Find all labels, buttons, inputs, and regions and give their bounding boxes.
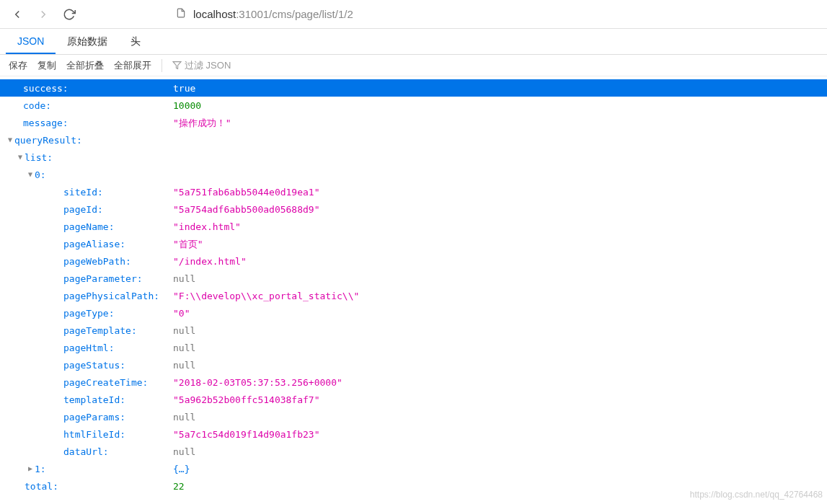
collapse-arrow-icon[interactable]: ▶ <box>26 465 35 472</box>
tab-json[interactable]: JSON <box>6 30 56 54</box>
json-row-field[interactable]: pageTemplatenull <box>0 322 827 339</box>
tab-raw[interactable]: 原始数据 <box>56 30 119 54</box>
json-value: null <box>173 361 195 370</box>
json-value: null <box>173 412 195 422</box>
json-value: "F:\\develop\\xc_portal_static\\" <box>173 291 359 301</box>
json-row-list[interactable]: ▼ list <box>0 149 827 166</box>
json-row-code[interactable]: ▼ code 10000 <box>0 97 827 114</box>
collapse-all-action[interactable]: 全部折叠 <box>66 59 104 72</box>
action-bar: 保存 复制 全部折叠 全部展开 过滤 JSON <box>0 55 827 76</box>
json-row-field[interactable]: templateId"5a962b52b00ffc514038faf7" <box>0 391 827 408</box>
json-value: "首页" <box>173 239 203 249</box>
json-key: htmlFileId <box>63 430 125 439</box>
json-value: null <box>173 447 195 456</box>
json-key: pageHtml <box>63 343 114 353</box>
json-row-message[interactable]: ▼ message "操作成功！" <box>0 114 827 131</box>
json-key: list <box>25 153 53 162</box>
json-row-field[interactable]: pageWebPath"/index.html" <box>0 252 827 270</box>
json-row-queryresult[interactable]: ▼ queryResult <box>0 131 827 149</box>
expand-arrow-icon[interactable]: ▼ <box>16 154 25 161</box>
json-row-field[interactable]: pageParameternull <box>0 270 827 287</box>
tab-headers[interactable]: 头 <box>119 30 152 54</box>
json-key: pageId <box>63 205 103 214</box>
json-key: pageType <box>63 309 114 318</box>
json-key: pageAliase <box>63 239 125 249</box>
json-row-field[interactable]: pageHtmlnull <box>0 339 827 356</box>
json-row-field[interactable]: pageId"5a754adf6abb500ad05688d9" <box>0 200 827 218</box>
reload-button[interactable] <box>58 3 81 26</box>
save-action[interactable]: 保存 <box>9 59 27 72</box>
watermark: https://blog.csdn.net/qq_42764468 <box>690 490 823 500</box>
expand-arrow-icon[interactable]: ▼ <box>6 136 14 143</box>
json-row-field[interactable]: pageType"0" <box>0 304 827 322</box>
json-value: "操作成功！" <box>173 118 231 128</box>
json-key: 1 <box>35 464 46 474</box>
json-value: null <box>173 326 195 335</box>
json-key: pageParameter <box>63 274 143 283</box>
json-value: "index.html" <box>173 222 241 231</box>
json-value: {…} <box>173 464 190 474</box>
browser-toolbar: localhost:31001/cms/page/list/1/2 <box>0 0 827 29</box>
json-value: 22 <box>173 482 185 491</box>
json-key: total <box>25 482 58 491</box>
json-row-field[interactable]: dataUrlnull <box>0 443 827 460</box>
json-value: "5a962b52b00ffc514038faf7" <box>173 395 320 404</box>
json-key: dataUrl <box>63 447 109 456</box>
forward-button[interactable] <box>32 3 55 26</box>
json-row-success[interactable]: ▼ success true <box>0 79 827 97</box>
json-key: pagePhysicalPath <box>63 291 159 301</box>
json-key: pageParams <box>63 412 125 422</box>
page-icon <box>176 8 186 20</box>
filter-box[interactable]: 过滤 JSON <box>172 59 231 72</box>
json-key: success <box>23 84 68 93</box>
json-value: null <box>173 343 195 353</box>
json-value: "5a754adf6abb500ad05688d9" <box>173 205 320 214</box>
json-row-field[interactable]: pageParamsnull <box>0 408 827 425</box>
json-value: "5a751fab6abb5044e0d19ea1" <box>173 187 320 197</box>
json-key: message <box>23 118 68 128</box>
json-key: pageTemplate <box>63 326 137 335</box>
json-key: templateId <box>63 395 125 404</box>
json-key: pageCreateTime <box>63 378 148 387</box>
back-button[interactable] <box>6 3 29 26</box>
url-bar[interactable]: localhost:31001/cms/page/list/1/2 <box>170 4 821 25</box>
json-row-field[interactable]: pageName"index.html" <box>0 218 827 235</box>
json-row-field[interactable]: pageAliase"首页" <box>0 235 827 252</box>
json-row-field[interactable]: htmlFileId"5a7c1c54d019f14d90a1fb23" <box>0 425 827 443</box>
url-host: localhost <box>193 8 236 20</box>
json-row-field[interactable]: pageStatusnull <box>0 356 827 373</box>
json-row-idx1[interactable]: ▶ 1 {…} <box>0 460 827 477</box>
divider <box>162 59 162 72</box>
copy-action[interactable]: 复制 <box>37 59 56 72</box>
json-value: true <box>173 84 195 93</box>
json-value: 10000 <box>173 101 201 110</box>
json-key: pageName <box>63 222 114 231</box>
json-key: code <box>23 101 51 110</box>
expand-arrow-icon[interactable]: ▼ <box>26 171 35 178</box>
json-value: "/index.html" <box>173 257 247 266</box>
json-key: pageWebPath <box>63 257 131 266</box>
filter-placeholder: 过滤 JSON <box>185 59 231 72</box>
json-key: pageStatus <box>63 361 125 370</box>
viewer-tabs: JSON 原始数据 头 <box>0 29 827 55</box>
json-tree: ▼ success true ▼ code 10000 ▼ message "操… <box>0 76 827 500</box>
json-row-field[interactable]: pagePhysicalPath"F:\\develop\\xc_portal_… <box>0 287 827 304</box>
json-value: null <box>173 274 195 283</box>
json-key: siteId <box>63 187 103 197</box>
filter-icon <box>172 61 182 70</box>
json-value: "5a7c1c54d019f14d90a1fb23" <box>173 430 320 439</box>
json-value: "2018-02-03T05:37:53.256+0000" <box>173 378 342 387</box>
json-key: queryResult <box>14 136 82 145</box>
json-row-field[interactable]: siteId"5a751fab6abb5044e0d19ea1" <box>0 183 827 200</box>
json-key: 0 <box>35 170 46 180</box>
url-path: :31001/cms/page/list/1/2 <box>236 8 353 20</box>
json-row-field[interactable]: pageCreateTime"2018-02-03T05:37:53.256+0… <box>0 373 827 391</box>
json-value: "0" <box>173 309 190 318</box>
expand-all-action[interactable]: 全部展开 <box>114 59 151 72</box>
json-row-idx0[interactable]: ▼ 0 <box>0 166 827 183</box>
